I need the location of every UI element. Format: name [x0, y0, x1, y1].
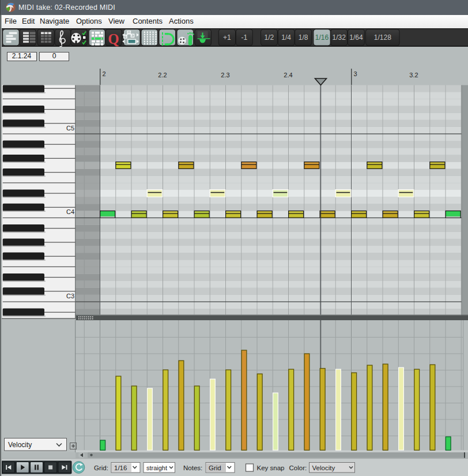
svg-text:2.2: 2.2: [158, 72, 167, 78]
svg-text:Q: Q: [108, 31, 119, 47]
svg-text:Grid: Grid: [209, 464, 221, 471]
svg-text:C4: C4: [66, 208, 74, 215]
svg-text:Color:: Color:: [289, 464, 307, 471]
svg-text:Notes:: Notes:: [183, 464, 202, 471]
svg-text:1/16: 1/16: [315, 33, 329, 42]
svg-text:1/8: 1/8: [299, 33, 308, 42]
svg-text:C5: C5: [66, 125, 74, 132]
svg-text:2: 2: [103, 70, 106, 77]
svg-text:1/64: 1/64: [349, 33, 363, 42]
svg-text:1/2: 1/2: [265, 33, 274, 42]
svg-text:1/4: 1/4: [281, 33, 291, 42]
svg-text:Velocity: Velocity: [8, 441, 32, 449]
svg-text:2.4: 2.4: [284, 72, 292, 78]
svg-text:Key snap: Key snap: [257, 464, 285, 471]
svg-text:1/128: 1/128: [374, 33, 391, 42]
svg-text:1/16: 1/16: [114, 464, 127, 471]
svg-text:3.2: 3.2: [409, 72, 418, 78]
svg-text:-1: -1: [241, 33, 247, 42]
svg-text:straight: straight: [146, 464, 168, 471]
svg-text:Grid:: Grid:: [94, 464, 108, 471]
svg-text:3: 3: [354, 70, 357, 77]
svg-text:1/32: 1/32: [333, 33, 346, 42]
svg-text:2.3: 2.3: [221, 72, 229, 78]
svg-text:C3: C3: [66, 293, 74, 299]
svg-text:Velocity: Velocity: [312, 464, 335, 471]
svg-text:+1: +1: [223, 33, 231, 42]
